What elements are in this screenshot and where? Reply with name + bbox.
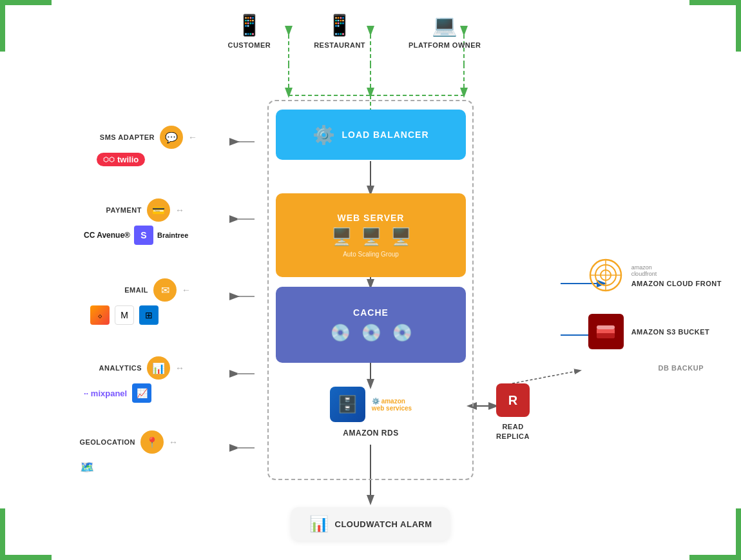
cache-icon-3: 💿 bbox=[392, 323, 412, 343]
googlemaps-logo: 🗺️ bbox=[77, 458, 97, 477]
rds-label: AMAZON RDS bbox=[343, 429, 398, 438]
mixpanel-logo: ·· mixpanel bbox=[84, 389, 127, 398]
right-services: amazoncloudfront AMAZON CLOUD FRONT AMAZ… bbox=[588, 258, 722, 349]
geolocation-arrow: ↔ bbox=[169, 437, 178, 447]
cache-label: CACHE bbox=[353, 307, 389, 318]
web-server-icons: 🖥️ 🖥️ 🖥️ bbox=[331, 227, 411, 247]
payment-arrow: ↔ bbox=[175, 205, 184, 215]
cloudwatch-icon: 📊 bbox=[309, 515, 329, 533]
payment-icon-circle: 💳 bbox=[147, 198, 170, 222]
architecture-diagram: 📱 CUSTOMER 📱 RESTAURANT 💻 PLATFORM OWNER… bbox=[0, 0, 741, 560]
analytics-header: ANALYTICS 📊 ↔ bbox=[77, 356, 184, 380]
s3-service: AMAZON S3 BUCKET bbox=[588, 314, 722, 349]
cloudfront-logo bbox=[588, 258, 624, 293]
payment-logos: CC Avenue® S Braintree bbox=[77, 226, 188, 245]
analytics-arrow: ↔ bbox=[175, 363, 184, 373]
corner-br bbox=[689, 508, 741, 560]
cache-box: CACHE 💿 💿 💿 bbox=[276, 287, 466, 363]
email-header: EMAIL ✉ ← bbox=[84, 278, 191, 302]
payment-adapter-row: PAYMENT 💳 ↔ CC Avenue® S Braintree bbox=[77, 198, 188, 245]
ccavenue-logo: CC Avenue® bbox=[84, 231, 130, 240]
web-server-box: WEB SERVER 🖥️ 🖥️ 🖥️ Auto Scaling Group bbox=[276, 193, 466, 277]
s3-info: AMAZON S3 BUCKET bbox=[631, 328, 710, 336]
read-replica-label: READREPLICA bbox=[496, 422, 530, 442]
email-arrow: ← bbox=[182, 285, 191, 295]
cloudfront-service: amazoncloudfront AMAZON CLOUD FRONT bbox=[588, 258, 722, 293]
svg-rect-31 bbox=[597, 325, 615, 329]
geolocation-icon-circle: 📍 bbox=[140, 430, 164, 454]
customer-icon: 📱 bbox=[236, 13, 262, 37]
email-label: EMAIL bbox=[84, 286, 148, 294]
corner-tl bbox=[0, 0, 52, 52]
cloudfront-info: amazoncloudfront AMAZON CLOUD FRONT bbox=[631, 264, 722, 287]
platform-owner-icon: 💻 bbox=[432, 13, 457, 37]
geolocation-header: GEOLOCATION 📍 ↔ bbox=[71, 430, 178, 454]
customer-label: CUSTOMER bbox=[227, 41, 271, 49]
svg-rect-32 bbox=[597, 329, 615, 333]
analytics-logos: ·· mixpanel 📈 bbox=[77, 383, 184, 403]
braintree-logo: Braintree bbox=[157, 231, 188, 239]
restaurant-icon: 📱 bbox=[327, 13, 352, 37]
read-replica-icon: R bbox=[496, 383, 530, 417]
email-logos: ⬦ M ⊞ bbox=[84, 305, 191, 325]
load-balancer-label: LOAD BALANCER bbox=[342, 130, 428, 140]
s3-icon bbox=[594, 320, 617, 343]
web-server-sublabel: Auto Scaling Group bbox=[343, 251, 399, 258]
gmail-logo: M bbox=[115, 305, 134, 325]
user-customer: 📱 CUSTOMER bbox=[227, 13, 271, 49]
db-backup-label: DB BACKUP bbox=[659, 364, 704, 372]
google-analytics-logo: 📈 bbox=[132, 383, 151, 403]
rds-section: 🗄️ ⚙️ amazonweb services AMAZON RDS bbox=[276, 387, 466, 438]
twilio-logo: twilio bbox=[97, 153, 145, 166]
payment-header: PAYMENT 💳 ↔ bbox=[77, 198, 188, 222]
load-balancer-box: ⚙️ LOAD BALANCER bbox=[276, 110, 466, 160]
platform-owner-label: PLATFORM OWNER bbox=[409, 41, 481, 49]
cache-icon-2: 💿 bbox=[361, 323, 381, 343]
sms-label: SMS ADAPTER bbox=[90, 133, 155, 141]
msft-logo: ⊞ bbox=[139, 305, 159, 325]
rds-aws-label: ⚙️ amazonweb services bbox=[372, 398, 412, 412]
svg-rect-33 bbox=[597, 333, 615, 338]
rds-icon: 🗄️ bbox=[330, 387, 365, 422]
load-balancer-icon: ⚙️ bbox=[313, 124, 335, 146]
web-server-label: WEB SERVER bbox=[338, 213, 405, 223]
sms-adapter-header: SMS ADAPTER 💬 ← bbox=[90, 126, 197, 149]
cloudfront-icon bbox=[588, 258, 624, 293]
cloudwatch-box: 📊 CLOUDWATCH ALARM bbox=[291, 507, 450, 541]
analytics-label: ANALYTICS bbox=[77, 364, 142, 372]
read-replica-section: R READREPLICA bbox=[496, 383, 530, 442]
cloudfront-label: AMAZON CLOUD FRONT bbox=[631, 280, 722, 287]
geolocation-logos: 🗺️ bbox=[71, 458, 178, 477]
geolocation-adapter-row: GEOLOCATION 📍 ↔ 🗺️ bbox=[71, 430, 178, 477]
cloudfront-brand: amazoncloudfront bbox=[631, 264, 722, 277]
stripe-logo: S bbox=[134, 226, 153, 245]
server-icon-3: 🖥️ bbox=[390, 227, 411, 247]
s3-logo bbox=[588, 314, 624, 349]
sendgrid-logo: ⬦ bbox=[90, 305, 110, 325]
rds-labels: ⚙️ amazonweb services bbox=[372, 398, 412, 412]
geolocation-label: GEOLOCATION bbox=[71, 438, 135, 446]
sms-arrow: ← bbox=[188, 132, 197, 142]
sms-icon-circle: 💬 bbox=[160, 126, 183, 149]
restaurant-label: RESTAURANT bbox=[314, 41, 365, 49]
s3-label: AMAZON S3 BUCKET bbox=[631, 328, 710, 336]
svg-line-13 bbox=[512, 371, 580, 383]
server-icon-1: 🖥️ bbox=[331, 227, 352, 247]
cloudwatch-section: 📊 CLOUDWATCH ALARM bbox=[291, 507, 450, 541]
rds-content: 🗄️ ⚙️ amazonweb services bbox=[330, 387, 412, 422]
server-icon-2: 🖥️ bbox=[361, 227, 381, 247]
user-platform-owner: 💻 PLATFORM OWNER bbox=[409, 13, 481, 49]
cache-icon-1: 💿 bbox=[330, 323, 351, 343]
analytics-adapter-row: ANALYTICS 📊 ↔ ·· mixpanel 📈 bbox=[77, 356, 184, 403]
corner-tr bbox=[689, 0, 741, 52]
sms-adapter-row: SMS ADAPTER 💬 ← twilio bbox=[90, 126, 197, 166]
email-icon-circle: ✉ bbox=[153, 278, 177, 302]
users-section: 📱 CUSTOMER 📱 RESTAURANT 💻 PLATFORM OWNER bbox=[206, 13, 503, 49]
email-adapter-row: EMAIL ✉ ← ⬦ M ⊞ bbox=[84, 278, 191, 325]
corner-bl bbox=[0, 508, 52, 560]
cloudwatch-label: CLOUDWATCH ALARM bbox=[335, 519, 432, 529]
sms-logos: twilio bbox=[90, 153, 197, 166]
payment-label: PAYMENT bbox=[77, 206, 142, 214]
user-restaurant: 📱 RESTAURANT bbox=[314, 13, 365, 49]
analytics-icon-circle: 📊 bbox=[147, 356, 170, 380]
